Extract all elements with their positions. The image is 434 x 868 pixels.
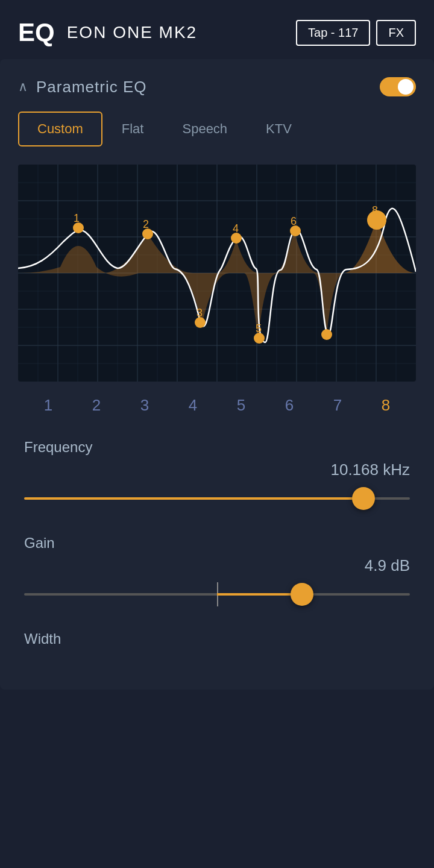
band-4[interactable]: 4 [169,396,217,415]
frequency-slider[interactable] [24,486,410,511]
sliders-section: Frequency 10.168 kHz Gain 4.9 dB Width [18,439,416,647]
width-group: Width [24,631,410,647]
device-name: EON ONE MK2 [67,23,290,42]
collapse-icon[interactable]: ∧ [18,79,28,95]
svg-point-43 [321,329,332,340]
tap-button[interactable]: Tap - 117 [296,20,370,46]
frequency-label: Frequency [24,439,410,456]
peq-header: ∧ Parametric EQ [18,77,416,96]
tab-custom[interactable]: Custom [18,112,102,146]
frequency-thumb[interactable] [352,487,375,510]
gain-value: 4.9 dB [24,556,410,575]
tab-flat[interactable]: Flat [102,112,163,146]
frequency-value: 10.168 kHz [24,461,410,479]
band-6[interactable]: 6 [265,396,313,415]
svg-text:6: 6 [291,215,297,227]
svg-text:4: 4 [233,222,239,234]
eq-graph: 1 2 3 4 5 6 8 [18,165,416,382]
tab-speech[interactable]: Speech [163,112,247,146]
width-label: Width [24,631,410,647]
band-3[interactable]: 3 [121,396,169,415]
header: EQ EON ONE MK2 Tap - 117 FX [0,0,434,59]
gain-track [24,593,410,596]
gain-label: Gain [24,535,410,552]
band-7[interactable]: 7 [313,396,362,415]
frequency-group: Frequency 10.168 kHz [24,439,410,511]
band-1[interactable]: 1 [24,396,72,415]
toggle-knob [398,79,414,95]
band-5[interactable]: 5 [217,396,265,415]
svg-text:2: 2 [143,218,149,230]
tab-ktv[interactable]: KTV [247,112,311,146]
gain-group: Gain 4.9 dB [24,535,410,606]
svg-text:8: 8 [372,204,378,216]
peq-title: Parametric EQ [36,78,380,96]
svg-text:5: 5 [256,322,262,335]
band-numbers: 1 2 3 4 5 6 7 8 [18,396,416,415]
eq-title: EQ [18,18,55,47]
gain-thumb[interactable] [291,583,313,606]
eq-graph-container[interactable]: 1 2 3 4 5 6 8 [18,165,416,384]
eq-toggle[interactable] [380,77,416,96]
band-8[interactable]: 8 [362,396,410,415]
band-2[interactable]: 2 [72,396,121,415]
svg-text:3: 3 [197,307,203,319]
svg-text:1: 1 [74,212,80,224]
fx-button[interactable]: FX [376,20,416,46]
gain-slider[interactable] [24,582,410,606]
preset-tabs: Custom Flat Speech KTV [18,112,416,146]
main-panel: ∧ Parametric EQ Custom Flat Speech KTV [0,59,434,690]
